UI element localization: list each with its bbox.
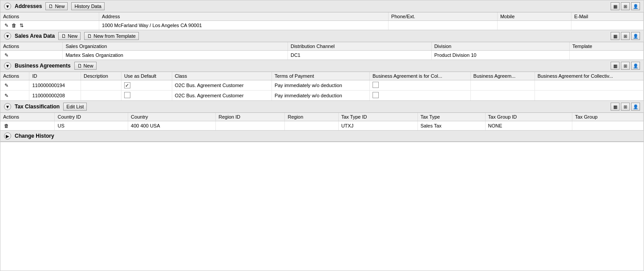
tax-group-id-cell: NONE bbox=[485, 121, 572, 131]
sales-dist-cell: DC1 bbox=[288, 51, 431, 60]
sales-export-icon[interactable]: ⊞ bbox=[621, 32, 630, 40]
ba-actions-cell-2: ✎ bbox=[0, 91, 29, 101]
col-template: Template bbox=[569, 42, 643, 51]
ba-new-btn[interactable]: 🗋 New bbox=[74, 62, 97, 70]
sales-area-new-btn[interactable]: 🗋 New bbox=[58, 32, 81, 40]
ba-table: Actions ID Description Use as Default Cl… bbox=[0, 72, 644, 100]
table-row: ✎ Martex Sales Organization DC1 Product … bbox=[0, 51, 644, 60]
sales-new-doc-icon: 🗋 bbox=[61, 33, 66, 39]
ba-edit-icon-2[interactable]: ✎ bbox=[3, 92, 9, 99]
ba-new-doc-icon: 🗋 bbox=[77, 63, 82, 68]
col-ba-col2: Business Agreem... bbox=[470, 72, 535, 80]
tax-delete-icon[interactable]: 🗑 bbox=[3, 123, 9, 129]
ch-title: Change History bbox=[15, 133, 54, 139]
ba-collapse-btn[interactable]: ▼ bbox=[4, 62, 11, 69]
col-tax-type: Tax Type bbox=[417, 113, 485, 121]
addresses-export-icon[interactable]: ⊞ bbox=[621, 2, 630, 10]
ch-collapse-btn[interactable]: ▶ bbox=[4, 132, 11, 139]
col-ba-desc: Description bbox=[81, 72, 121, 80]
tax-region-id-cell bbox=[216, 121, 285, 131]
addr-edit-icon[interactable]: ✎ bbox=[3, 22, 9, 28]
addresses-table: Actions Address Phone/Ext. Mobile E-Mail… bbox=[0, 12, 644, 30]
col-dist-channel: Distribution Channel bbox=[288, 42, 431, 51]
sales-area-collapse-btn[interactable]: ▼ bbox=[4, 32, 11, 40]
col-country-id: Country ID bbox=[55, 113, 128, 121]
ba-col1-checkbox-1[interactable] bbox=[373, 82, 379, 88]
col-ba-default: Use as Default bbox=[121, 72, 172, 80]
tax-export-icon[interactable]: ⊞ bbox=[621, 103, 630, 111]
tax-region-cell bbox=[285, 121, 338, 131]
addresses-new-btn[interactable]: 🗋 New bbox=[45, 2, 68, 10]
col-phone: Phone/Ext. bbox=[389, 12, 498, 21]
col-address: Address bbox=[99, 12, 389, 21]
ba-default-cell-1: ✓ bbox=[121, 80, 172, 91]
ba-terms-cell-1: Pay immediately w/o deduction bbox=[271, 80, 369, 91]
addresses-table-wrapper: Actions Address Phone/Ext. Mobile E-Mail… bbox=[0, 12, 644, 30]
tax-table: Actions Country ID Country Region ID Reg… bbox=[0, 113, 644, 130]
business-agreements-section: ▼ Business Agreements 🗋 New ▦ ⊞ 👤 Action… bbox=[0, 60, 644, 101]
business-agreements-header: ▼ Business Agreements 🗋 New ▦ ⊞ 👤 bbox=[0, 60, 644, 72]
addresses-section: ▼ Addresses 🗋 New History Data ▦ ⊞ 👤 Act… bbox=[0, 0, 644, 30]
ba-terms-cell-2: Pay immediately w/o deduction bbox=[271, 91, 369, 101]
col-ba-terms: Terms of Payment bbox=[271, 72, 369, 80]
col-mobile: Mobile bbox=[497, 12, 571, 21]
sales-template-doc-icon: 🗋 bbox=[87, 33, 92, 39]
table-row: 🗑 US 400 400 USA UTXJ Sales Tax NONE bbox=[0, 121, 644, 131]
tax-chart-icon[interactable]: ▦ bbox=[611, 103, 620, 111]
ba-col3-cell-2 bbox=[535, 91, 643, 101]
sales-person-icon[interactable]: 👤 bbox=[631, 32, 640, 40]
sales-area-table-wrapper: Actions Sales Organization Distribution … bbox=[0, 42, 644, 60]
ba-col1-checkbox-2[interactable] bbox=[373, 92, 379, 98]
col-ba-col1: Business Agreement is for Col... bbox=[369, 72, 470, 80]
addr-actions-cell: ✎ 🗑 ⇅ bbox=[0, 21, 99, 30]
ba-checkbox-2[interactable] bbox=[124, 92, 130, 98]
sales-area-new-template-btn[interactable]: 🗋 New from Template bbox=[84, 32, 139, 40]
sales-area-header: ▼ Sales Area Data 🗋 New 🗋 New from Templ… bbox=[0, 30, 644, 42]
ba-desc-cell-1 bbox=[81, 80, 121, 91]
col-ba-class: Class bbox=[172, 72, 271, 80]
ba-col1-cell-1 bbox=[369, 80, 470, 91]
tax-type-cell: Sales Tax bbox=[417, 121, 485, 131]
col-tax-type-id: Tax Type ID bbox=[338, 113, 417, 121]
addresses-history-btn[interactable]: History Data bbox=[71, 2, 105, 10]
tax-country-cell: 400 400 USA bbox=[128, 121, 216, 131]
sales-chart-icon[interactable]: ▦ bbox=[611, 32, 620, 40]
tax-edit-list-btn[interactable]: Edit List bbox=[63, 103, 87, 111]
col-region: Region bbox=[285, 113, 338, 121]
addresses-person-icon[interactable]: 👤 bbox=[631, 2, 640, 10]
ba-checkbox-1[interactable]: ✓ bbox=[124, 82, 130, 88]
sales-edit-icon[interactable]: ✎ bbox=[3, 52, 9, 58]
page-container: ▼ Addresses 🗋 New History Data ▦ ⊞ 👤 Act… bbox=[0, 0, 644, 271]
col-country: Country bbox=[128, 113, 216, 121]
tax-person-icon[interactable]: 👤 bbox=[631, 103, 640, 111]
col-actions-tax: Actions bbox=[0, 113, 55, 121]
addr-address-cell: 1000 McFarland Way / Los Angeles CA 9000… bbox=[99, 21, 389, 30]
ba-col2-cell-1 bbox=[470, 80, 535, 91]
tax-country-id-cell: US bbox=[55, 121, 128, 131]
ba-id-cell-2: 110000000208 bbox=[29, 91, 81, 101]
ba-id-cell-1: 110000000194 bbox=[29, 80, 81, 91]
addr-action-icons: ✎ 🗑 ⇅ bbox=[3, 22, 96, 28]
col-email: E-Mail bbox=[571, 12, 644, 21]
col-actions-ba: Actions bbox=[0, 72, 29, 80]
ba-edit-icon-1[interactable]: ✎ bbox=[3, 82, 9, 88]
addr-phone-cell bbox=[389, 21, 498, 30]
addr-mobile-cell bbox=[497, 21, 571, 30]
sales-division-cell: Product Division 10 bbox=[431, 51, 569, 60]
addr-delete-icon[interactable]: 🗑 bbox=[11, 22, 17, 28]
sales-area-table: Actions Sales Organization Distribution … bbox=[0, 42, 644, 60]
ba-actions-cell-1: ✎ bbox=[0, 80, 29, 91]
sales-actions-cell: ✎ bbox=[0, 51, 63, 60]
ba-export-icon[interactable]: ⊞ bbox=[621, 62, 630, 70]
ba-person-icon[interactable]: 👤 bbox=[631, 62, 640, 70]
tax-collapse-btn[interactable]: ▼ bbox=[4, 103, 11, 110]
addresses-collapse-btn[interactable]: ▼ bbox=[4, 3, 11, 10]
sales-area-title: Sales Area Data bbox=[15, 33, 55, 39]
ba-title: Business Agreements bbox=[15, 63, 71, 69]
col-tax-group-id: Tax Group ID bbox=[485, 113, 572, 121]
table-row: ✎ 110000000194 ✓ O2C Bus. Agreement Cust… bbox=[0, 80, 644, 91]
addresses-chart-icon[interactable]: ▦ bbox=[611, 2, 620, 10]
addr-move-icon[interactable]: ⇅ bbox=[18, 22, 24, 28]
ba-chart-icon[interactable]: ▦ bbox=[611, 62, 620, 70]
new-doc-icon: 🗋 bbox=[49, 4, 53, 9]
